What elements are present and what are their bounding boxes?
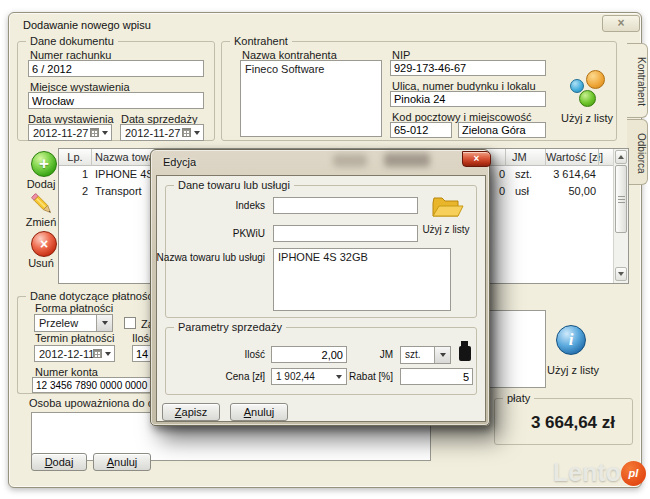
unit-dropdown[interactable]: szt.	[400, 346, 451, 364]
scroll-down-button[interactable]	[615, 267, 627, 281]
unit-value: szt.	[405, 349, 421, 360]
use-from-list-contractor-label: Użyj z listy	[552, 112, 622, 124]
discount-input[interactable]	[400, 368, 473, 385]
use-from-list-folder-button[interactable]	[430, 194, 464, 221]
scroll-up-button[interactable]	[615, 150, 627, 164]
arrow-up-icon	[618, 155, 624, 159]
city-input[interactable]	[458, 122, 546, 138]
chevron-down-icon	[440, 353, 446, 357]
calendar-icon	[93, 349, 102, 358]
grip-icon	[618, 196, 625, 204]
row-value: 3 614,64	[546, 168, 596, 180]
tab-kontrahent-label: Kontrahent	[636, 57, 647, 106]
issue-date-picker[interactable]: 2012-11-27	[28, 124, 112, 141]
footer-add-button[interactable]: Dodaj	[31, 453, 87, 471]
close-icon: ×	[617, 16, 624, 30]
payment-form-dropdown[interactable]: Przelew	[34, 314, 113, 332]
use-from-list-info-button[interactable]: i	[556, 325, 594, 359]
folder-icon	[430, 194, 464, 221]
contractor-group-legend: Kontrahent	[230, 35, 292, 47]
dialog-titlebar[interactable]: Edycja	[151, 150, 489, 174]
payment-due-date-picker[interactable]: 2012-12-11	[34, 345, 115, 362]
use-from-list-folder-label: Użyj z listy	[416, 224, 476, 235]
col-lp: Lp.	[59, 151, 91, 163]
screenshot-stage: Dodawanie nowego wpisu × Dane dokumentu …	[0, 0, 650, 499]
tab-kontrahent[interactable]: Kontrahent	[627, 43, 648, 118]
row-value: 50,00	[546, 185, 596, 197]
window-titlebar[interactable]: Dodawanie nowego wpisu	[9, 13, 641, 37]
chevron-down-icon	[102, 321, 108, 325]
dialog-body: Dane towaru lub usługi Indeks PKWiU Użyj…	[156, 175, 486, 422]
row-lp: 2	[59, 185, 88, 197]
window-close-button[interactable]: ×	[602, 15, 640, 32]
col-jm: JM	[512, 151, 527, 163]
footer-cancel-button[interactable]: Anuluj	[93, 453, 151, 471]
total-group: płaty 3 664,64 zł	[494, 398, 633, 445]
row-name: Transport	[95, 185, 142, 197]
tab-odbiorca[interactable]: Odbiorca	[627, 119, 648, 185]
dialog-cancel-button[interactable]: Anuluj	[230, 403, 288, 421]
product-data-group: Dane towaru lub usługi Indeks PKWiU Użyj…	[165, 185, 477, 318]
dialog-title: Edycja	[163, 156, 196, 168]
watermark-badge: pl	[621, 461, 646, 486]
chevron-down-icon	[102, 131, 108, 135]
total-group-legend-fragment: płaty	[503, 392, 534, 404]
sale-params-legend: Parametry sprzedaży	[174, 321, 286, 333]
index-input[interactable]	[273, 197, 418, 214]
sale-date-picker[interactable]: 2012-11-27	[120, 124, 204, 141]
tab-odbiorca-label: Odbiorca	[636, 133, 647, 174]
chevron-down-icon	[194, 131, 200, 135]
street-input[interactable]	[390, 91, 546, 107]
row-unit: szt.	[515, 168, 532, 180]
paid-checkbox[interactable]	[124, 317, 136, 329]
payment-due-label: Termin płatności	[35, 332, 114, 344]
discount-label: Rabat [%]	[333, 371, 393, 382]
add-item-button[interactable]: +	[31, 151, 57, 177]
row-unit: usł	[515, 185, 529, 197]
dialog-cancel-label: Anuluj	[231, 404, 287, 420]
price-label: Cena [zł]	[165, 371, 265, 382]
scrollbar-thumb[interactable]	[615, 165, 627, 233]
table-scrollbar[interactable]	[613, 149, 628, 283]
unit-label: JM	[353, 349, 393, 360]
issue-place-input[interactable]	[28, 92, 204, 109]
invoice-number-input[interactable]	[28, 60, 204, 77]
index-label: Indeks	[135, 200, 265, 211]
plus-icon: +	[39, 152, 49, 176]
document-data-group: Dane dokumentu Numer rachunku Miejsce wy…	[17, 41, 215, 141]
issue-date-value: 2012-11-27	[33, 127, 88, 139]
calendar-icon	[182, 128, 191, 137]
footer-cancel-label: Anuluj	[94, 454, 150, 470]
nip-input[interactable]	[390, 60, 546, 76]
ink-bottle-icon[interactable]	[459, 346, 471, 361]
quantity-label: Ilość	[165, 349, 265, 360]
calendar-icon	[90, 128, 99, 137]
product-name-label: Nazwa towaru lub usługi	[125, 252, 265, 263]
close-icon: ×	[474, 153, 480, 164]
contractor-name-textarea[interactable]: Fineco Software	[240, 60, 382, 137]
dialog-close-button[interactable]: ×	[462, 151, 491, 167]
total-amount: 3 664,64 zł	[503, 413, 615, 433]
payment-form-label: Forma płatności	[35, 302, 113, 314]
pkwiu-input[interactable]	[273, 225, 418, 242]
use-from-list-contractor-button[interactable]	[570, 70, 606, 108]
payment-due-value: 2012-12-11	[39, 348, 94, 360]
payment-group-legend: Dane dotyczące płatności	[26, 290, 159, 302]
postal-code-input[interactable]	[390, 122, 452, 138]
dialog-save-button[interactable]: Zapisz	[162, 403, 220, 421]
delete-item-button[interactable]: ×	[31, 231, 57, 257]
document-group-legend: Dane dokumentu	[26, 35, 118, 47]
edit-item-button[interactable]	[28, 190, 56, 218]
product-name-textarea[interactable]: IPHONE 4S 32GB	[273, 248, 451, 311]
use-from-list-info-label: Użyj z listy	[538, 364, 608, 376]
dialog-save-label: Zapisz	[163, 404, 219, 420]
window-title: Dodawanie nowego wpisu	[23, 19, 151, 31]
payment-form-value: Przelew	[39, 317, 78, 329]
person-orange-icon	[586, 70, 605, 89]
pencil-icon	[28, 190, 56, 218]
quantity-input[interactable]	[271, 346, 347, 363]
watermark-text: Lento	[520, 458, 621, 487]
price-value: 1 902,44	[276, 371, 315, 382]
footer-add-label: Dodaj	[32, 454, 86, 470]
pkwiu-label: PKWiU	[135, 228, 265, 239]
